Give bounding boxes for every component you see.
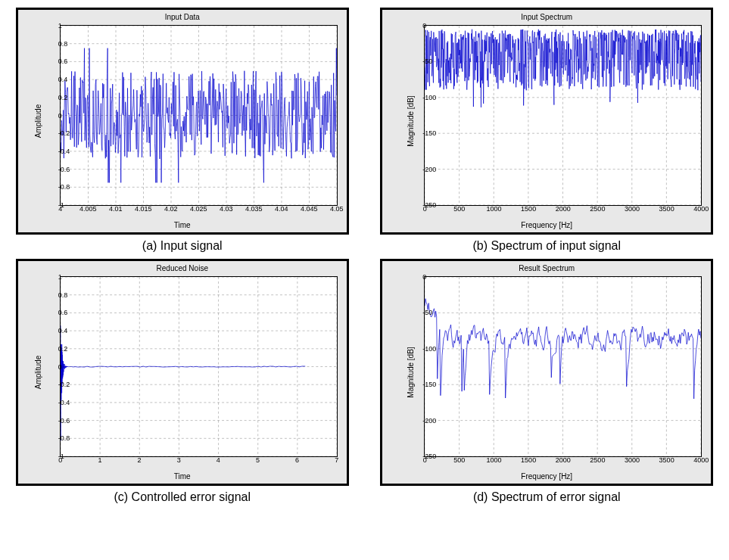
- cell-d: Result Spectrum Magnitude [dB] Frequency…: [372, 259, 722, 504]
- plot-title: Input Spectrum: [382, 13, 711, 21]
- y-axis-label: Magnitude [dB]: [407, 347, 415, 397]
- cell-a: Input Data Amplitude Time 44.0054.014.01…: [8, 8, 357, 253]
- caption-a: (a) Input signal: [142, 239, 223, 253]
- x-axis-label: Frequency [Hz]: [382, 221, 711, 229]
- cell-b: Input Spectrum Magnitude [dB] Frequency …: [372, 8, 722, 253]
- plot-title: Reduced Noise: [18, 264, 347, 272]
- y-axis-label: Magnitude [dB]: [407, 95, 415, 146]
- cell-c: Reduced Noise Amplitude Time 01234567-1-…: [8, 259, 357, 504]
- x-axis-label: Time: [18, 221, 347, 229]
- y-axis-label: Amplitude: [33, 356, 42, 389]
- panel-a: Input Data Amplitude Time 44.0054.014.01…: [16, 8, 349, 235]
- panel-c: Reduced Noise Amplitude Time 01234567-1-…: [16, 259, 349, 486]
- x-axis-label: Frequency [Hz]: [382, 472, 711, 481]
- plot-title: Result Spectrum: [382, 264, 711, 272]
- plot-area-c: 01234567-1-0.8-0.6-0.4-0.200.20.40.60.81: [60, 276, 338, 457]
- caption-b: (b) Spectrum of input signal: [472, 239, 621, 253]
- plot-title: Input Data: [18, 13, 347, 21]
- plot-area-b: 05001000150020002500300035004000-250-200…: [424, 25, 702, 206]
- x-axis-label: Time: [18, 472, 347, 481]
- chart-grid: Input Data Amplitude Time 44.0054.014.01…: [8, 8, 721, 504]
- y-axis-label: Amplitude: [33, 104, 42, 138]
- plot-area-a: 44.0054.014.0154.024.0254.034.0354.044.0…: [60, 25, 338, 206]
- panel-b: Input Spectrum Magnitude [dB] Frequency …: [380, 8, 713, 235]
- caption-c: (c) Controlled error signal: [114, 490, 251, 504]
- caption-d: (d) Spectrum of error signal: [473, 490, 621, 504]
- plot-area-d: 05001000150020002500300035004000-250-200…: [424, 276, 702, 457]
- panel-d: Result Spectrum Magnitude [dB] Frequency…: [380, 259, 713, 486]
